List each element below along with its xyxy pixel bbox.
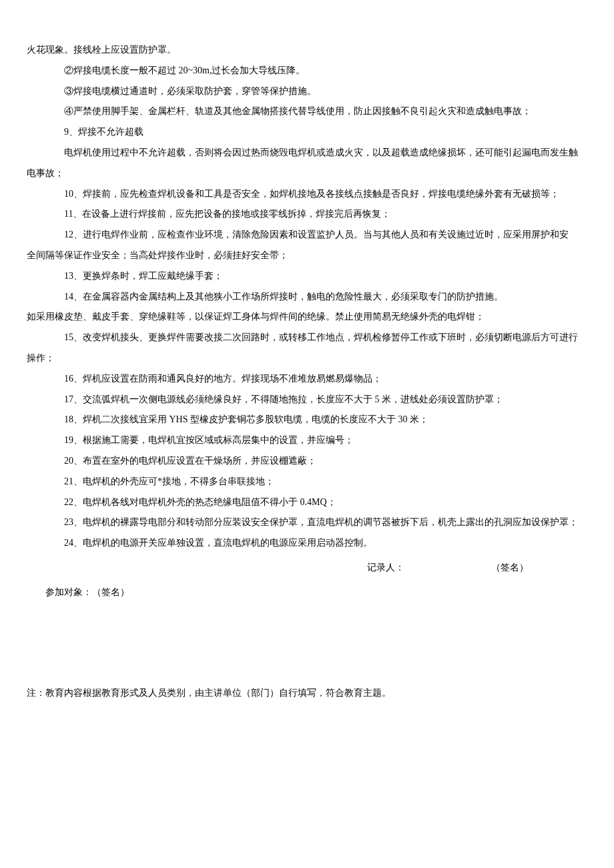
text-line: 22、电焊机各线对电焊机外壳的热态绝缘电阻值不得小于 0.4MQ； <box>27 492 587 513</box>
text-line: 19、根据施工需要，电焊机宜按区域或标高层集中的设置，并应编号； <box>27 430 587 451</box>
text-line-cont: 电事故； <box>27 163 587 184</box>
text-line: 电焊机使用过程中不允许超载，否则将会因过热而烧毁电焊机或造成火灾，以及超载造成绝… <box>27 143 587 163</box>
text-line-cont: 如采用橡皮垫、戴皮手套、穿绝缘鞋等，以保证焊工身体与焊件间的绝缘。禁止使用简易无… <box>27 307 587 328</box>
text-line: 10、焊接前，应先检查焊机设备和工具是否安全，如焊机接地及各接线点接触是否良好，… <box>27 184 587 205</box>
text-line: 火花现象。接线栓上应设置防护罩。 <box>27 40 587 61</box>
recorder-label: 记录人： <box>367 558 404 578</box>
vertical-spacer <box>27 603 587 683</box>
footer-note: 注：教育内容根据教育形式及人员类别，由主讲单位（部门）自行填写，符合教育主题。 <box>27 683 587 704</box>
text-line: 23、电焊机的裸露导电部分和转动部分应装设安全保护罩，直流电焊机的调节器被拆下后… <box>27 512 587 533</box>
text-line: 12、进行电焊作业前，应检查作业环境，清除危险因素和设置监护人员。当与其他人员和… <box>27 225 587 246</box>
text-line: ③焊接电缆横过通道时，必须采取防护套，穿管等保护措施。 <box>27 81 587 102</box>
participant-label: 参加对象：（签名） <box>45 582 587 603</box>
text-line-cont: 全间隔等保证作业安全；当高处焊接作业时，必须挂好安全带； <box>27 246 587 266</box>
recorder-sign-label: （签名） <box>491 558 529 578</box>
text-line: 14、在金属容器内金属结构上及其他狭小工作场所焊接时，触电的危险性最大，必须采取… <box>27 287 587 308</box>
text-line: 21、电焊机的外壳应可*接地，不得多台串联接地； <box>27 472 587 492</box>
text-line: 20、布置在室外的电焊机应设置在干燥场所，并应设棚遮蔽； <box>27 451 587 472</box>
text-line: 16、焊机应设置在防雨和通风良好的地方。焊接现场不准堆放易燃易爆物品； <box>27 369 587 390</box>
text-line: ④严禁使用脚手架、金属栏杆、轨道及其他金属物搭接代替导线使用，防止因接触不良引起… <box>27 101 587 122</box>
text-line: 15、改变焊机接头、更换焊件需要改接二次回路时，或转移工作地点，焊机检修暂停工作… <box>27 328 587 348</box>
text-line: 9、焊接不允许超载 <box>27 122 587 143</box>
text-line: 24、电焊机的电源开关应单独设置，直流电焊机的电源应采用启动器控制。 <box>27 533 587 554</box>
text-line: 17、交流弧焊机一次侧电源线必须绝缘良好，不得随地拖拉，长度应不大于 5 米，进… <box>27 390 587 410</box>
signature-row: 记录人： （签名） <box>27 558 587 578</box>
text-line: 18、焊机二次接线宜采用 YHS 型橡皮护套铜芯多股软电缆，电缆的长度应不大于 … <box>27 410 587 430</box>
text-line: 13、更换焊条时，焊工应戴绝缘手套； <box>27 266 587 287</box>
text-line-cont: 操作； <box>27 348 587 369</box>
text-line: ②焊接电缆长度一般不超过 20~30m,过长会加大导线压降。 <box>27 61 587 81</box>
text-line: 11、在设备上进行焊接前，应先把设备的接地或接零线拆掉，焊接完后再恢复； <box>27 204 587 225</box>
